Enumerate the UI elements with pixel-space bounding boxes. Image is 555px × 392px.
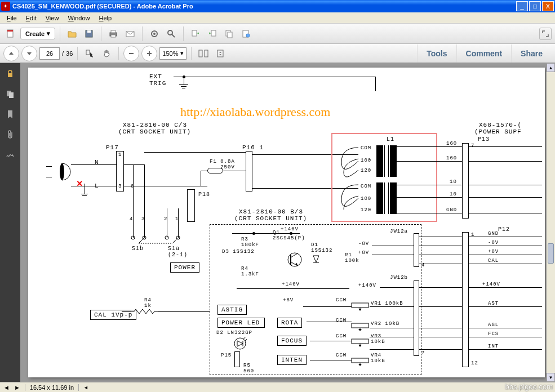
label-p17: P17 [106, 144, 119, 151]
label-d1: D1 1SS132 [311, 242, 332, 253]
svg-point-9 [153, 33, 156, 35]
status-nav-right[interactable]: ► [14, 384, 20, 391]
corner-watermark: bbs.pigoo.com [505, 382, 553, 391]
pages-panel-icon[interactable] [4, 88, 16, 100]
svg-rect-13 [211, 30, 216, 36]
view-mode-icon[interactable] [196, 46, 211, 61]
label-p18: P18 [198, 191, 210, 198]
create-doc-icon[interactable] [3, 26, 18, 41]
doc-share-icon[interactable] [239, 26, 254, 41]
page-number-input[interactable] [39, 47, 60, 60]
label-s1a: S1a (2-1) [168, 246, 188, 258]
svg-rect-3 [87, 30, 91, 33]
save-icon[interactable] [82, 26, 96, 41]
scroll-up-arrow[interactable]: ▲ [547, 63, 555, 72]
svg-rect-5 [111, 30, 116, 33]
page-down-button[interactable] [21, 46, 37, 61]
label-l1: L1 [387, 136, 394, 142]
tools-link[interactable]: Tools [417, 44, 456, 63]
vertical-scrollbar[interactable]: ▲ ▼ [546, 63, 555, 382]
pdf-page: http://xiaolaba.wordpress.com EXT TRIG X… [28, 68, 545, 377]
select-tool-icon[interactable] [82, 46, 97, 61]
red-x-mark: × [77, 178, 83, 190]
svg-line-11 [172, 34, 175, 37]
label-vr1: VR1 100kB [371, 301, 403, 306]
svg-point-10 [168, 30, 172, 35]
menu-view[interactable]: View [41, 14, 64, 23]
svg-rect-27 [9, 92, 14, 98]
convert2-icon[interactable] [205, 26, 220, 41]
create-button[interactable]: Create▾ [20, 28, 55, 39]
label-q1: Q1 2SC945(P) [273, 230, 305, 241]
lock-icon[interactable] [4, 68, 16, 80]
svg-rect-12 [192, 30, 197, 36]
zoom-out-button[interactable] [123, 46, 139, 61]
document-viewport[interactable]: http://xiaolaba.wordpress.com EXT TRIG X… [20, 63, 555, 382]
scroll-down-arrow[interactable]: ▼ [547, 373, 555, 382]
status-nav-left[interactable]: ◄ [3, 384, 10, 391]
navigation-pane [0, 63, 20, 382]
workspace: http://xiaolaba.wordpress.com EXT TRIG X… [0, 63, 555, 382]
label-vr2: VR2 10kB [371, 321, 399, 327]
search-icon[interactable] [164, 26, 179, 41]
label-r3: R3 180kF [241, 237, 259, 248]
email-icon[interactable] [123, 26, 137, 41]
close-button[interactable]: X [542, 1, 554, 11]
scrollbar-thumb[interactable] [548, 243, 554, 264]
label-socket-b-part: X81-2810-00 B/3 [239, 208, 303, 215]
label-jw12b: JW12b [390, 275, 408, 280]
menu-window[interactable]: Window [63, 14, 94, 23]
share-link[interactable]: Share [511, 44, 552, 63]
hand-tool-icon[interactable] [99, 46, 114, 61]
pdf-icon: ✦ [1, 2, 10, 11]
comment-link[interactable]: Comment [456, 44, 512, 63]
svg-rect-45 [352, 303, 368, 308]
label-p13: P13 [478, 136, 490, 142]
svg-line-44 [245, 338, 247, 341]
label-vr4: VR4 10kB [371, 353, 385, 364]
label-f1: F1 0.8A 250V [210, 159, 235, 170]
svg-point-17 [246, 34, 250, 37]
menu-help[interactable]: Help [95, 14, 117, 23]
menu-file[interactable]: File [2, 14, 21, 23]
convert-icon[interactable] [188, 26, 203, 41]
box-inten: INTEN [277, 355, 307, 365]
label-p16: P16 1 [242, 144, 264, 151]
svg-rect-6 [111, 35, 116, 37]
menu-bar: File Edit View Window Help [0, 12, 555, 24]
svg-rect-18 [86, 50, 90, 55]
label-p15: P15 [221, 353, 232, 358]
maximize-button[interactable]: □ [529, 1, 541, 11]
menu-edit[interactable]: Edit [21, 14, 41, 23]
zoom-in-button[interactable] [141, 46, 157, 61]
gear-icon[interactable] [147, 26, 162, 41]
expand-icon[interactable] [539, 28, 552, 40]
window-titlebar: ✦ CS4025_SM_KENWOOD.pdf (SECURED) - Adob… [0, 0, 555, 12]
svg-rect-15 [228, 32, 232, 38]
page-dimensions: 16.54 x 11.69 in [30, 384, 74, 391]
toolbar-main: Create▾ [0, 24, 555, 44]
fit-page-icon[interactable] [213, 46, 228, 61]
page-up-button[interactable] [3, 46, 19, 61]
svg-rect-24 [217, 50, 223, 57]
minimize-button[interactable]: _ [516, 1, 528, 11]
print-icon[interactable] [106, 26, 121, 41]
label-vr3: VR3 10kB [371, 333, 385, 345]
attachment-panel-icon[interactable] [4, 128, 16, 141]
open-icon[interactable] [65, 26, 79, 41]
svg-line-34 [172, 238, 178, 243]
svg-rect-49 [352, 339, 368, 344]
signatures-panel-icon[interactable] [4, 149, 16, 161]
label-psu-name: (POWER SUPF [474, 128, 522, 135]
zoom-select[interactable]: 150% ▾ [159, 47, 186, 60]
label-socket-b-name: (CRT SOCKET UNIT) [234, 215, 307, 222]
label-socket-c-name: (CRT SOCKET UNIT) [118, 128, 191, 135]
svg-point-41 [234, 338, 246, 349]
label-d3: D3 1SS132 [222, 249, 255, 255]
window-title: CS4025_SM_KENWOOD.pdf (SECURED) - Adobe … [12, 3, 515, 10]
svg-line-31 [139, 238, 144, 243]
doc-copy-icon[interactable] [222, 26, 237, 41]
bookmark-panel-icon[interactable] [4, 108, 16, 121]
label-r4b: R4 1k [144, 297, 152, 309]
label-jw12a: JW12a [390, 229, 408, 234]
